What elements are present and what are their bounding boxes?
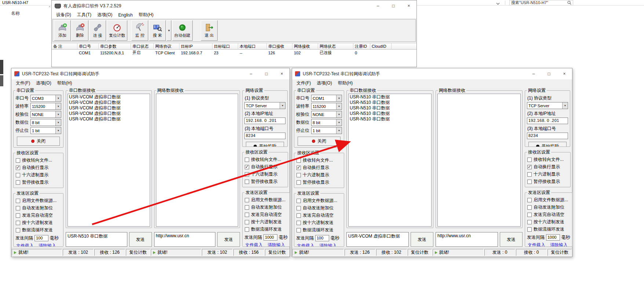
- clear-input-link[interactable]: 清除输入: [39, 243, 56, 247]
- data-bits-select[interactable]: 8 bit: [30, 119, 61, 126]
- maximize-button[interactable]: □: [541, 68, 557, 79]
- maximize-button[interactable]: □: [386, 0, 401, 11]
- serial-send-button[interactable]: 发送: [129, 232, 152, 247]
- serial-send-input[interactable]: USR-N510 串口数据: [66, 232, 127, 247]
- checkbox-file-data-source[interactable]: 启用文件数据源...: [16, 198, 61, 204]
- checkbox-loop-send[interactable]: 数据流循环发送: [245, 226, 287, 232]
- menu-help[interactable]: 帮助(H): [54, 80, 75, 86]
- checkbox-receive-to-file[interactable]: 接收转向文件...: [296, 157, 342, 163]
- explorer-search-input[interactable]: 搜索"USR-N510-H7": [509, 0, 573, 6]
- clear-display-link[interactable]: 清除显示: [268, 186, 285, 187]
- chevron-down-icon[interactable]: [336, 111, 342, 118]
- checkbox-hex-display[interactable]: 十六进制显示: [296, 172, 342, 178]
- name-column-header[interactable]: 名称: [11, 10, 20, 17]
- serial-send-input[interactable]: USR-VCOM 虚拟串口数据: [346, 232, 409, 247]
- connect-button[interactable]: 连 接: [89, 20, 106, 41]
- minimize-button[interactable]: –: [243, 68, 259, 79]
- serial-send-button[interactable]: 发送: [411, 232, 433, 247]
- menu-tools[interactable]: 工具(T): [74, 12, 94, 18]
- checkbox-auto-linewrap[interactable]: 自动换行显示: [296, 165, 342, 171]
- baud-rate-select[interactable]: 115200: [311, 103, 342, 110]
- network-receive-area[interactable]: [156, 94, 239, 227]
- checkbox-send-as-hex[interactable]: 按十六进制发送: [16, 220, 61, 226]
- save-data-link[interactable]: 保存数据: [297, 187, 314, 188]
- checkbox-send-as-hex[interactable]: 按十六进制发送: [245, 219, 287, 225]
- checkbox-loop-send[interactable]: 数据流循环发送: [527, 226, 570, 232]
- close-button[interactable]: ×: [557, 68, 572, 79]
- chevron-down-icon[interactable]: [336, 119, 342, 126]
- menu-file[interactable]: 文件(F): [13, 80, 33, 86]
- load-file-link[interactable]: 文件载入: [297, 243, 314, 247]
- reset-count-button[interactable]: 复位计数: [126, 249, 150, 256]
- network-send-button[interactable]: 发送: [500, 232, 523, 247]
- chevron-down-icon[interactable]: [55, 119, 61, 126]
- chevron-down-icon[interactable]: [336, 127, 342, 134]
- checkbox-file-data-source[interactable]: 启用文件数据源...: [527, 197, 570, 203]
- column-header[interactable]: 目标IP: [179, 43, 212, 50]
- minimize-button[interactable]: –: [370, 0, 386, 11]
- com-port-select[interactable]: COM1: [311, 95, 342, 102]
- checkbox-clear-after-send[interactable]: 发送完自动清空: [296, 212, 342, 218]
- network-receive-area[interactable]: [437, 94, 521, 227]
- chevron-down-icon[interactable]: [562, 102, 568, 109]
- chevron-down-icon[interactable]: [496, 1, 500, 6]
- load-file-link[interactable]: 文件载入: [245, 242, 263, 247]
- checkbox-auto-send-append[interactable]: 自动发送附加位: [16, 205, 61, 211]
- checkbox-auto-send-append[interactable]: 自动发送附加位: [527, 204, 570, 210]
- serial-receive-area[interactable]: USR-N510 串口数据 USR-N510 串口数据 USR-N510 串口数…: [348, 94, 432, 227]
- column-header[interactable]: 备 注: [52, 43, 77, 50]
- checkbox-clear-after-send[interactable]: 发送完自动清空: [527, 212, 570, 218]
- column-header[interactable]: 网络协议: [154, 43, 179, 50]
- maximize-button[interactable]: □: [259, 68, 274, 79]
- interval-input[interactable]: 100: [34, 235, 48, 241]
- interval-input[interactable]: 100: [315, 235, 329, 241]
- checkbox-file-data-source[interactable]: 启用文件数据源...: [296, 198, 342, 204]
- network-send-button[interactable]: 发送: [217, 232, 240, 247]
- reset-count-button[interactable]: 复位计数: [265, 249, 289, 256]
- checkbox-hex-display[interactable]: 十六进制显示: [245, 171, 285, 177]
- checkbox-file-data-source[interactable]: 启用文件数据源...: [245, 197, 287, 203]
- clear-display-link[interactable]: 清除显示: [39, 187, 56, 188]
- add-button[interactable]: 添加: [54, 20, 71, 41]
- column-header[interactable]: 串口接收: [267, 43, 292, 50]
- local-ip-input[interactable]: 192.168. 0 .201: [527, 118, 568, 124]
- interval-input[interactable]: 1000: [546, 234, 560, 241]
- column-header[interactable]: 注册ID: [353, 43, 370, 50]
- checkbox-loop-send[interactable]: 数据流循环发送: [296, 227, 342, 233]
- baud-rate-select[interactable]: 115200: [30, 103, 61, 110]
- menu-help[interactable]: 帮助(H): [335, 80, 356, 86]
- save-data-link[interactable]: 保存数据: [245, 186, 263, 187]
- chevron-down-icon[interactable]: [336, 103, 342, 109]
- checkbox-pause-receive[interactable]: 暂停接收显示: [16, 179, 61, 185]
- start-listen-button[interactable]: 开始监听: [246, 142, 284, 147]
- delete-button[interactable]: 删除: [72, 20, 88, 41]
- checkbox-auto-send-append[interactable]: 自动发送附加位: [296, 205, 342, 211]
- menu-options[interactable]: 选项(O): [33, 80, 54, 86]
- local-port-input[interactable]: 8234: [527, 133, 568, 139]
- reset-count-button[interactable]: 复位计数: [107, 20, 127, 41]
- save-data-link[interactable]: 保存数据: [528, 186, 545, 187]
- monitor-button[interactable]: 监 控: [131, 20, 148, 41]
- checkbox-auto-linewrap[interactable]: 自动换行显示: [245, 164, 285, 170]
- chevron-down-icon[interactable]: [55, 95, 61, 101]
- checkbox-pause-receive[interactable]: 暂停接收显示: [296, 179, 342, 185]
- checkbox-send-as-hex[interactable]: 按十六进制发送: [527, 219, 570, 225]
- checkbox-auto-send-append[interactable]: 自动发送附加位: [245, 204, 287, 210]
- stop-bits-select[interactable]: 1 bit: [30, 127, 61, 134]
- parity-select[interactable]: NONE: [30, 111, 61, 118]
- checkbox-receive-to-file[interactable]: 接收转向文件...: [245, 156, 285, 163]
- parity-select[interactable]: NONE: [311, 111, 342, 118]
- search-button[interactable]: 搜 索: [149, 20, 166, 41]
- menu-english[interactable]: English: [115, 12, 135, 18]
- checkbox-auto-linewrap[interactable]: 自动换行显示: [527, 164, 568, 170]
- chevron-down-icon[interactable]: [280, 102, 285, 109]
- interval-input[interactable]: 1000: [263, 234, 277, 241]
- chevron-down-icon[interactable]: [55, 127, 61, 134]
- checkbox-hex-display[interactable]: 十六进制显示: [527, 171, 568, 177]
- local-port-input[interactable]: 8234: [244, 133, 285, 139]
- menu-device[interactable]: 设备(D): [53, 12, 74, 18]
- load-file-link[interactable]: 文件载入: [16, 243, 34, 247]
- column-header[interactable]: 本地端口: [238, 43, 267, 50]
- clear-input-link[interactable]: 清除输入: [319, 243, 337, 247]
- protocol-select[interactable]: TCP Server: [527, 102, 568, 109]
